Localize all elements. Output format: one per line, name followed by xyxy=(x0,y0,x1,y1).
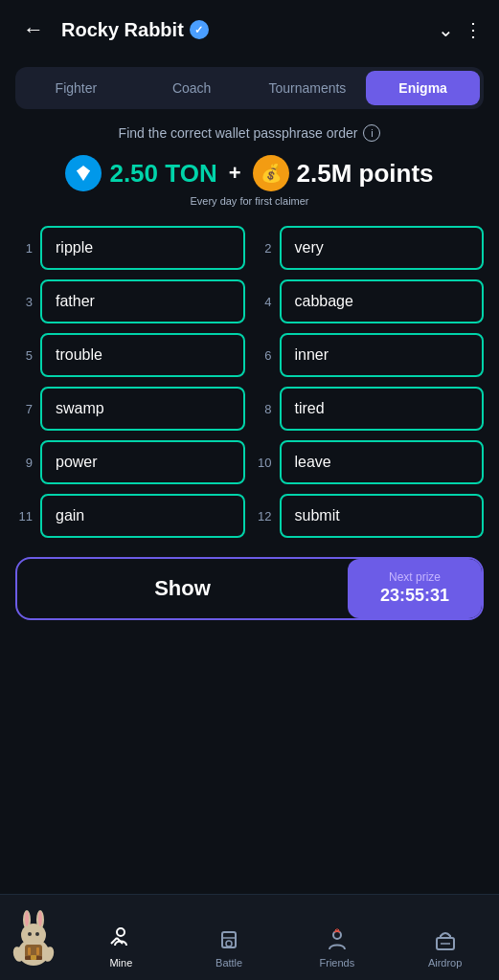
nav-label-friends: Friends xyxy=(320,957,355,969)
airdrop-icon xyxy=(432,926,459,953)
word-box[interactable]: inner xyxy=(280,333,485,377)
word-item: 5 trouble xyxy=(15,333,245,377)
word-number: 1 xyxy=(15,241,33,256)
app-title: Rocky Rabbit ✓ xyxy=(61,19,428,41)
word-box[interactable]: submit xyxy=(280,494,485,538)
word-item: 9 power xyxy=(15,440,245,484)
word-item: 7 swamp xyxy=(15,387,245,431)
word-box[interactable]: power xyxy=(40,440,245,484)
tab-enigma[interactable]: Enigma xyxy=(366,71,480,105)
word-item: 4 cabbage xyxy=(255,279,485,323)
word-item: 6 inner xyxy=(255,333,485,377)
word-number: 6 xyxy=(255,348,272,363)
word-box[interactable]: ripple xyxy=(40,226,245,270)
more-button[interactable]: ⋮ xyxy=(464,18,484,41)
word-item: 12 submit xyxy=(255,494,485,538)
nav-item-airdrop[interactable]: Airdrop xyxy=(391,923,499,972)
word-item: 10 leave xyxy=(255,440,485,484)
prize-subtitle: Every day for first claimer xyxy=(15,195,484,207)
next-prize-label: Next prize xyxy=(367,570,463,584)
tab-fighter[interactable]: Fighter xyxy=(19,71,133,105)
header: ← Rocky Rabbit ✓ ⌄ ⋮ xyxy=(0,0,499,59)
word-number: 2 xyxy=(255,241,272,256)
svg-rect-9 xyxy=(28,947,31,955)
svg-rect-14 xyxy=(31,955,36,960)
word-box[interactable]: swamp xyxy=(40,387,245,431)
word-box[interactable]: father xyxy=(40,279,245,323)
word-box[interactable]: leave xyxy=(280,440,485,484)
tab-bar: Fighter Coach Tournaments Enigma xyxy=(15,67,484,109)
nav-item-friends[interactable]: Friends xyxy=(284,923,392,972)
word-box[interactable]: trouble xyxy=(40,333,245,377)
svg-rect-10 xyxy=(36,947,39,955)
ton-amount: 2.50 TON xyxy=(109,159,216,189)
word-box[interactable]: very xyxy=(280,226,485,270)
main-content: Find the correct wallet passphrase order… xyxy=(0,124,499,620)
points-badge: 💰 2.5M points xyxy=(253,155,434,191)
svg-point-15 xyxy=(117,928,125,936)
nav-rabbit xyxy=(0,902,67,972)
verified-badge: ✓ xyxy=(190,20,209,39)
tab-coach[interactable]: Coach xyxy=(135,71,249,105)
word-item: 2 very xyxy=(255,226,485,270)
word-number: 10 xyxy=(255,456,272,470)
friends-icon xyxy=(324,926,351,953)
word-item: 11 gain xyxy=(15,494,245,538)
svg-point-4 xyxy=(25,911,29,926)
word-box[interactable]: gain xyxy=(40,494,245,538)
word-box[interactable]: cabbage xyxy=(280,279,485,323)
rabbit-avatar xyxy=(8,906,60,969)
points-icon: 💰 xyxy=(253,155,289,191)
word-item: 3 father xyxy=(15,279,245,323)
show-button[interactable]: Show xyxy=(17,559,348,618)
svg-rect-16 xyxy=(222,932,236,947)
nav-label-mine: Mine xyxy=(109,957,132,969)
nav-label-battle: Battle xyxy=(215,957,242,969)
nav-item-mine[interactable]: Mine xyxy=(67,923,175,972)
word-grid: 1 ripple 2 very 3 father 4 cabbage 5 tro… xyxy=(15,226,484,538)
mine-icon xyxy=(107,926,134,953)
plus-sign: + xyxy=(229,161,241,186)
word-number: 12 xyxy=(255,509,272,523)
points-amount: 2.5M points xyxy=(297,159,434,189)
ton-badge: 2.50 TON xyxy=(65,155,216,191)
word-item: 1 ripple xyxy=(15,226,245,270)
word-box[interactable]: tired xyxy=(280,387,485,431)
next-prize-timer: 23:55:31 xyxy=(367,586,463,606)
word-number: 5 xyxy=(15,348,33,363)
word-number: 7 xyxy=(15,402,33,416)
word-number: 8 xyxy=(255,402,272,416)
battle-icon xyxy=(215,926,242,953)
nav-label-airdrop: Airdrop xyxy=(428,957,462,969)
svg-point-17 xyxy=(226,941,232,947)
ton-icon xyxy=(65,155,102,191)
word-number: 3 xyxy=(15,295,33,309)
word-number: 11 xyxy=(15,509,33,523)
prize-header: Find the correct wallet passphrase order… xyxy=(15,124,484,142)
next-prize-panel[interactable]: Next prize 23:55:31 xyxy=(348,559,482,618)
word-item: 8 tired xyxy=(255,387,485,431)
word-number: 9 xyxy=(15,456,33,470)
dropdown-button[interactable]: ⌄ xyxy=(438,18,454,41)
info-icon[interactable]: i xyxy=(363,124,380,142)
svg-point-7 xyxy=(35,932,39,936)
instruction-text: Find the correct wallet passphrase order xyxy=(119,125,358,141)
action-row: Show Next prize 23:55:31 xyxy=(15,557,484,620)
word-number: 4 xyxy=(255,295,272,309)
tab-tournaments[interactable]: Tournaments xyxy=(251,71,365,105)
svg-point-6 xyxy=(28,932,32,936)
svg-point-5 xyxy=(38,911,42,926)
bottom-nav: Mine Battle Friends Airdrop xyxy=(0,894,499,980)
back-button[interactable]: ← xyxy=(15,13,52,46)
nav-item-battle[interactable]: Battle xyxy=(175,923,284,972)
prize-row: 2.50 TON + 💰 2.5M points xyxy=(15,155,484,191)
